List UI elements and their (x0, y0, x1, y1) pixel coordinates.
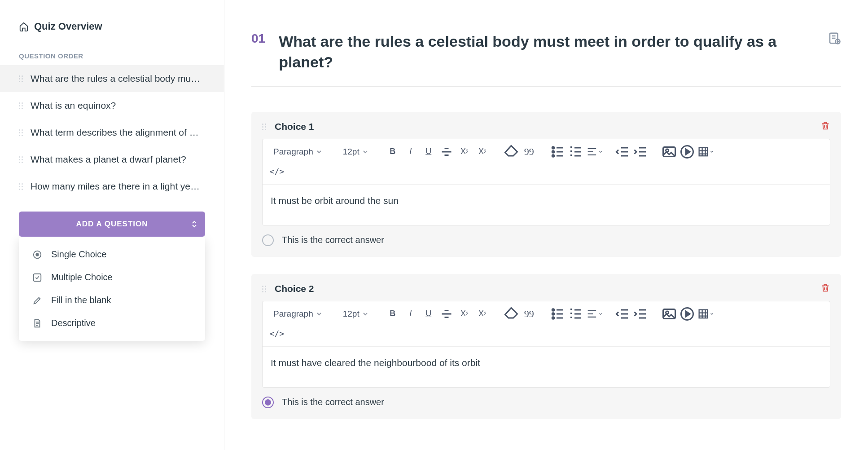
svg-point-6 (552, 151, 554, 153)
image-button[interactable] (661, 144, 677, 160)
italic-button[interactable]: I (403, 306, 419, 322)
align-icon (586, 146, 598, 158)
list-ul-icon (550, 306, 566, 322)
editor-content[interactable]: It must be orbit around the sun (263, 185, 830, 225)
image-button[interactable] (661, 306, 677, 322)
code-button[interactable]: </> (269, 326, 285, 342)
fontsize-select[interactable]: 12pt (338, 306, 372, 322)
drag-handle-icon[interactable] (19, 129, 25, 136)
editor-content[interactable]: It must have cleared the neighbourbood o… (263, 347, 830, 387)
sidebar: Quiz Overview QUESTION ORDER What are th… (0, 0, 224, 450)
chevron-down-icon (710, 150, 713, 154)
clear-format-button[interactable] (503, 144, 519, 160)
number-list-button[interactable] (568, 144, 584, 160)
drag-handle-icon[interactable] (19, 156, 25, 163)
svg-rect-18 (699, 310, 707, 318)
drag-handle-icon[interactable] (19, 183, 25, 190)
svg-point-14 (552, 317, 554, 319)
quiz-overview-link[interactable]: Quiz Overview (0, 13, 224, 43)
question-item[interactable]: How many miles are there in a light ye… (0, 173, 224, 200)
question-actions (828, 31, 841, 45)
quote-button[interactable]: 99 (521, 306, 537, 322)
drag-handle-icon[interactable] (19, 75, 25, 82)
bold-button[interactable]: B (385, 144, 401, 160)
indent-icon (632, 144, 649, 160)
radio-icon (32, 250, 42, 260)
indent-button[interactable] (632, 144, 649, 160)
video-button[interactable] (679, 144, 695, 160)
paragraph-select[interactable]: Paragraph (269, 144, 326, 160)
chevron-down-icon (363, 150, 368, 154)
superscript-button[interactable]: X2 (474, 306, 491, 322)
choice-block: Choice 1 Paragraph 12pt B I U X2 X2 (251, 112, 841, 257)
dropdown-item-label: Fill in the blank (51, 295, 111, 305)
list-ul-icon (550, 144, 566, 160)
bullet-list-button[interactable] (550, 144, 566, 160)
outdent-button[interactable] (614, 144, 631, 160)
editor-toolbar: Paragraph 12pt B I U X2 X2 99 (263, 301, 830, 347)
add-question-button[interactable]: ADD A QUESTION (19, 212, 205, 237)
code-button[interactable]: </> (269, 163, 285, 180)
question-item-label: What makes a planet a dwarf planet? (31, 154, 186, 165)
correct-answer-radio[interactable] (262, 234, 274, 246)
trash-icon (820, 121, 830, 131)
paragraph-select[interactable]: Paragraph (269, 306, 326, 322)
correct-answer-label: This is the correct answer (282, 235, 384, 245)
svg-point-12 (552, 309, 554, 311)
dropdown-item-fill-blank[interactable]: Fill in the blank (19, 289, 205, 312)
delete-choice-button[interactable] (820, 121, 830, 132)
drag-handle-icon[interactable] (19, 102, 25, 109)
quote-button[interactable]: 99 (521, 144, 537, 160)
rich-text-editor: Paragraph 12pt B I U X2 X2 99 (262, 139, 830, 225)
list-ol-icon (568, 306, 584, 322)
table-button[interactable] (697, 144, 713, 160)
question-item[interactable]: What term describes the alignment of … (0, 119, 224, 146)
correct-answer-radio[interactable] (262, 397, 274, 408)
table-icon (697, 146, 710, 158)
svg-point-7 (552, 155, 554, 157)
indent-icon (632, 306, 649, 322)
choice-label: Choice 1 (275, 121, 314, 132)
chevron-down-icon (317, 150, 321, 154)
play-icon (679, 306, 695, 322)
question-item[interactable]: What is an equinox? (0, 92, 224, 119)
question-item-label: What is an equinox? (31, 100, 116, 111)
correct-answer-label: This is the correct answer (282, 397, 384, 407)
underline-button[interactable]: U (421, 144, 437, 160)
question-item[interactable]: What makes a planet a dwarf planet? (0, 146, 224, 173)
fontsize-select[interactable]: 12pt (338, 144, 372, 160)
italic-button[interactable]: I (403, 144, 419, 160)
bullet-list-button[interactable] (550, 306, 566, 322)
add-question-label: ADD A QUESTION (76, 220, 148, 229)
align-button[interactable] (586, 306, 602, 322)
strikethrough-button[interactable] (438, 144, 455, 160)
subscript-button[interactable]: X2 (456, 144, 473, 160)
align-button[interactable] (586, 144, 602, 160)
dropdown-item-label: Multiple Choice (51, 272, 113, 282)
number-list-button[interactable] (568, 306, 584, 322)
dropdown-item-single-choice[interactable]: Single Choice (19, 243, 205, 266)
underline-button[interactable]: U (421, 306, 437, 322)
dropdown-item-descriptive[interactable]: Descriptive (19, 312, 205, 335)
outdent-button[interactable] (614, 306, 631, 322)
table-button[interactable] (697, 306, 713, 322)
clear-format-button[interactable] (503, 306, 519, 322)
question-list: What are the rules a celestial body mu… … (0, 65, 224, 200)
bold-button[interactable]: B (385, 306, 401, 322)
svg-point-1 (35, 253, 39, 256)
subscript-button[interactable]: X2 (456, 306, 473, 322)
add-to-bank-icon[interactable] (828, 31, 841, 45)
video-button[interactable] (679, 306, 695, 322)
strikethrough-button[interactable] (438, 306, 455, 322)
indent-button[interactable] (632, 306, 649, 322)
svg-rect-2 (34, 274, 41, 281)
dropdown-item-multiple-choice[interactable]: Multiple Choice (19, 266, 205, 289)
drag-handle-icon[interactable] (262, 286, 268, 292)
image-icon (661, 306, 677, 322)
choice-label: Choice 2 (275, 283, 314, 294)
drag-handle-icon[interactable] (262, 124, 268, 130)
chevron-down-icon (710, 312, 713, 316)
delete-choice-button[interactable] (820, 283, 830, 295)
question-item[interactable]: What are the rules a celestial body mu… (0, 65, 224, 92)
superscript-button[interactable]: X2 (474, 144, 491, 160)
